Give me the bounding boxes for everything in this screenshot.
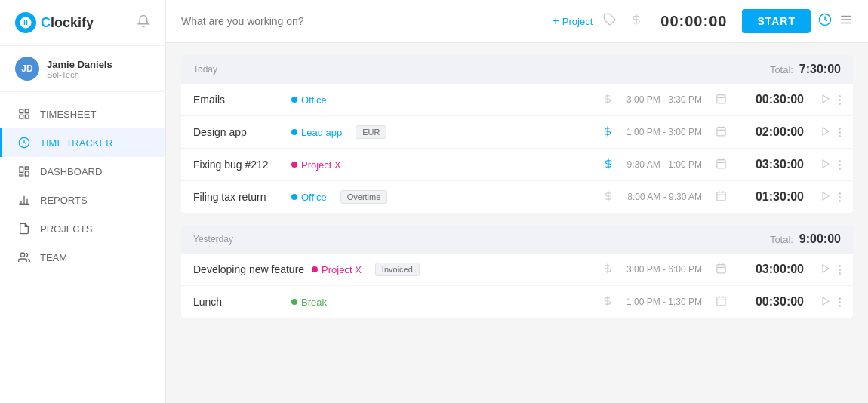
entry-badge: Invoiced: [375, 263, 420, 276]
start-button[interactable]: START: [742, 9, 811, 33]
svg-marker-37: [823, 159, 829, 168]
project-dot: [291, 97, 297, 103]
today-section: Today Total: 7:30:00 Emails Office: [181, 55, 853, 213]
project-name: Break: [301, 297, 327, 308]
dot: [839, 200, 841, 202]
bell-icon[interactable]: [137, 14, 150, 31]
sidebar-header: Clockify: [0, 0, 165, 46]
table-row: Lunch Break 1:00 PM - 1:30 PM: [181, 286, 853, 318]
grid-icon: [17, 107, 31, 121]
more-options-button[interactable]: [839, 160, 841, 170]
entry-name: Developing new feature: [193, 263, 304, 275]
billing-toggle[interactable]: [602, 126, 613, 139]
timer-bar: + Project 00:00:00 START: [166, 0, 868, 43]
dashboard-icon: [17, 165, 31, 178]
sidebar-item-dashboard-label: DASHBOARD: [40, 166, 102, 177]
logo-text: Clockify: [41, 15, 94, 31]
dot: [839, 301, 841, 303]
dot: [839, 160, 841, 162]
user-section: JD Jamie Daniels Sol-Tech: [0, 46, 165, 92]
play-button[interactable]: [820, 158, 831, 171]
project-name: Office: [301, 192, 327, 203]
sidebar-item-reports-label: REPORTS: [40, 195, 88, 206]
project-name: Project X: [322, 264, 362, 275]
more-options-button[interactable]: [839, 128, 841, 137]
entries-content: Today Total: 7:30:00 Emails Office: [166, 43, 868, 403]
billing-toggle[interactable]: [603, 158, 614, 171]
billing-toggle[interactable]: [602, 263, 613, 276]
svg-rect-3: [25, 115, 29, 118]
play-button[interactable]: [820, 94, 831, 106]
svg-rect-21: [717, 95, 725, 103]
entry-duration: 01:30:00: [743, 190, 804, 204]
calendar-icon[interactable]: [716, 93, 727, 106]
project-name: Project X: [301, 159, 341, 171]
dot: [839, 99, 841, 101]
sidebar-item-time-tracker-label: TIME TRACKER: [40, 137, 113, 149]
billing-toggle[interactable]: [602, 296, 613, 309]
svg-rect-45: [717, 265, 725, 273]
sidebar-item-projects[interactable]: PROJECTS: [0, 214, 165, 243]
task-input[interactable]: [181, 15, 545, 27]
entry-project: Lead app: [291, 127, 342, 138]
entry-duration: 03:30:00: [743, 158, 804, 171]
time-range: 8:00 AM - 9:30 AM: [627, 192, 702, 202]
calendar-icon[interactable]: [716, 295, 727, 309]
dot: [839, 297, 841, 300]
today-total-value: 7:30:00: [799, 63, 841, 75]
nav: TIMESHEET TIME TRACKER DASHBOARD: [0, 92, 165, 403]
more-options-button[interactable]: [839, 95, 841, 105]
entry-project: Project X: [291, 159, 341, 171]
svg-marker-43: [823, 192, 829, 200]
project-dot: [291, 194, 297, 200]
more-options-button[interactable]: [839, 192, 841, 202]
dot: [839, 265, 841, 267]
play-button[interactable]: [820, 296, 831, 309]
dot: [839, 305, 841, 307]
svg-rect-2: [20, 115, 23, 118]
svg-marker-25: [823, 94, 829, 103]
entry-name: Emails: [193, 94, 284, 106]
yesterday-entries-list: Developing new feature Project X Invoice…: [181, 254, 853, 318]
play-button[interactable]: [820, 263, 831, 276]
yesterday-total: Total: 9:00:00: [770, 232, 841, 246]
tag-icon[interactable]: [603, 13, 617, 29]
billing-toggle[interactable]: [602, 94, 613, 106]
play-button[interactable]: [820, 191, 831, 204]
sidebar-item-team[interactable]: TEAM: [0, 243, 165, 272]
svg-point-13: [20, 253, 24, 257]
svg-marker-31: [823, 127, 829, 135]
calendar-icon[interactable]: [716, 125, 727, 139]
billing-icon[interactable]: [630, 14, 642, 29]
dot: [839, 269, 841, 271]
sidebar-item-reports[interactable]: REPORTS: [0, 186, 165, 214]
calendar-mode-icon[interactable]: [818, 13, 832, 30]
calendar-icon[interactable]: [716, 263, 727, 276]
billing-toggle[interactable]: [603, 191, 614, 204]
sidebar-item-dashboard[interactable]: DASHBOARD: [0, 157, 165, 186]
add-project-button[interactable]: + Project: [553, 14, 593, 28]
yesterday-header: Yesterday Total: 9:00:00: [181, 225, 853, 254]
team-icon: [17, 251, 31, 264]
svg-rect-8: [20, 174, 23, 176]
svg-rect-6: [25, 167, 29, 169]
more-options-button[interactable]: [839, 265, 841, 275]
entry-project: Break: [291, 297, 327, 308]
hamburger-icon[interactable]: [839, 13, 853, 30]
calendar-icon[interactable]: [716, 190, 727, 204]
table-row: Filing tax return Office Overtime 8:00 A…: [181, 181, 853, 213]
sidebar-item-time-tracker[interactable]: TIME TRACKER: [0, 128, 165, 157]
clock-icon: [17, 136, 31, 149]
project-dot: [291, 129, 297, 135]
sidebar-item-timesheet[interactable]: TIMESHEET: [0, 100, 165, 128]
entry-duration: 00:30:00: [743, 93, 804, 106]
more-options-button[interactable]: [839, 297, 841, 307]
sidebar-item-team-label: TEAM: [40, 252, 67, 263]
calendar-icon[interactable]: [716, 158, 727, 171]
user-info: Jamie Daniels Sol-Tech: [47, 59, 112, 79]
avatar: JD: [15, 57, 39, 81]
user-name: Jamie Daniels: [47, 59, 112, 70]
yesterday-total-value: 9:00:00: [799, 232, 841, 245]
yesterday-section: Yesterday Total: 9:00:00 Developing new …: [181, 225, 853, 318]
play-button[interactable]: [820, 126, 831, 139]
